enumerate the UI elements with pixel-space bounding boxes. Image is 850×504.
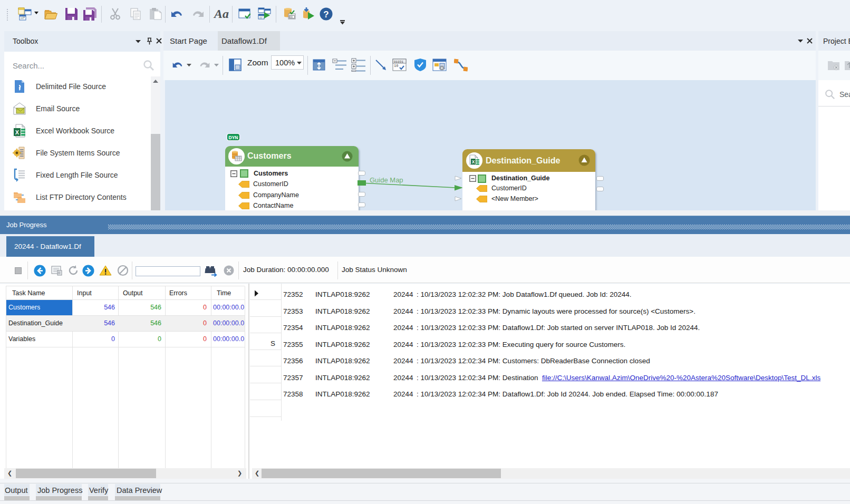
svg-text:X: X [472,159,475,164]
svg-text:X: X [15,129,20,135]
svg-text:?: ? [323,9,329,20]
svg-text:01031: 01031 [394,60,403,64]
svg-text:10: 10 [394,64,398,68]
